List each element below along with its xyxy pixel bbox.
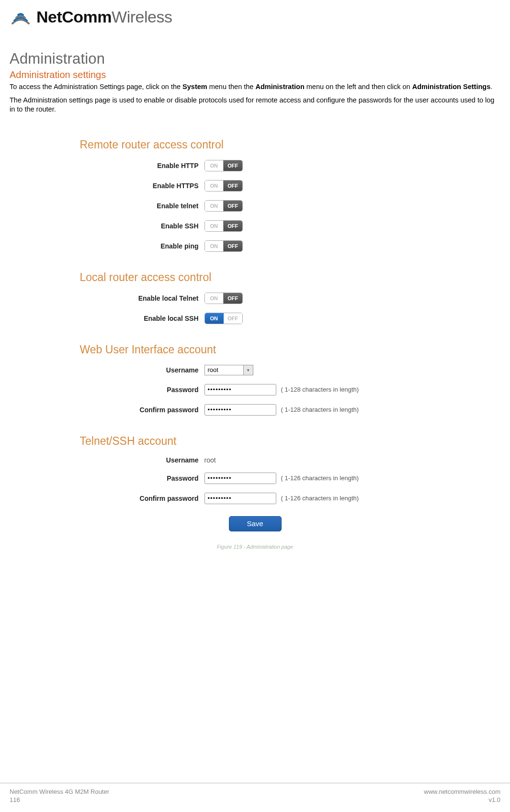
local-section-title: Local router access control — [80, 271, 431, 284]
label-web-confirm: Confirm password — [80, 406, 204, 414]
row-ssh-confirm: Confirm password ••••••••• ( 1-126 chara… — [80, 493, 431, 504]
label-web-username: Username — [80, 366, 204, 374]
row-local-ssh: Enable local SSH ON OFF — [80, 313, 431, 324]
footer-version: v1.0 — [424, 796, 500, 804]
label-enable-http: Enable HTTP — [80, 162, 204, 169]
input-ssh-confirm[interactable]: ••••••••• — [204, 493, 276, 504]
ssh-section-title: Telnet/SSH account — [80, 435, 431, 448]
value-ssh-username: root — [204, 456, 216, 464]
label-local-ssh: Enable local SSH — [80, 315, 204, 322]
remote-section-title: Remote router access control — [80, 138, 431, 151]
row-ssh-username: Username root — [80, 456, 431, 464]
row-ssh-password: Password ••••••••• ( 1-126 characters in… — [80, 473, 431, 484]
page-footer: NetComm Wireless 4G M2M Router 116 www.n… — [0, 783, 510, 812]
footer-url: www.netcommwireless.com — [424, 788, 500, 796]
admin-settings-screenshot: Remote router access control Enable HTTP… — [73, 129, 437, 541]
toggle-enable-http[interactable]: ON OFF — [204, 160, 243, 171]
hint-ssh-password: ( 1-126 characters in length) — [281, 474, 359, 482]
label-enable-ping: Enable ping — [80, 242, 204, 250]
brand-logo: NetCommWireless — [10, 8, 500, 26]
label-ssh-username: Username — [80, 456, 204, 464]
toggle-enable-https[interactable]: ON OFF — [204, 180, 243, 192]
row-web-confirm: Confirm password ••••••••• ( 1-128 chara… — [80, 404, 431, 416]
toggle-enable-ping[interactable]: ON OFF — [204, 240, 243, 252]
toggle-enable-ssh[interactable]: ON OFF — [204, 220, 243, 232]
intro-paragraph-1: To access the Administration Settings pa… — [10, 82, 500, 92]
row-web-password: Password ••••••••• ( 1-128 characters in… — [80, 384, 431, 395]
row-local-telnet: Enable local Telnet ON OFF — [80, 293, 431, 304]
row-web-username: Username root ▾ — [80, 365, 431, 375]
toggle-enable-telnet[interactable]: ON OFF — [204, 200, 243, 212]
label-ssh-confirm: Confirm password — [80, 495, 204, 502]
row-enable-ping: Enable ping ON OFF — [80, 240, 431, 252]
netcomm-waves-icon — [10, 9, 32, 25]
footer-page: 116 — [10, 796, 109, 804]
section-subheading: Administration settings — [10, 69, 500, 80]
label-enable-ssh: Enable SSH — [80, 222, 204, 230]
hint-ssh-confirm: ( 1-126 characters in length) — [281, 495, 359, 502]
page-title: Administration — [10, 50, 500, 68]
row-enable-http: Enable HTTP ON OFF — [80, 160, 431, 171]
label-local-telnet: Enable local Telnet — [80, 294, 204, 302]
brand-name-light: Wireless — [112, 8, 172, 26]
figure-caption: Figure 119 - Administration page — [10, 544, 500, 550]
input-web-confirm[interactable]: ••••••••• — [204, 404, 276, 416]
toggle-local-telnet[interactable]: ON OFF — [204, 293, 243, 304]
input-ssh-password[interactable]: ••••••••• — [204, 473, 276, 484]
webui-section-title: Web User Interface account — [80, 343, 431, 356]
save-button[interactable]: Save — [229, 516, 282, 531]
label-ssh-password: Password — [80, 474, 204, 482]
brand-name-bold: NetComm — [36, 8, 112, 26]
row-enable-ssh: Enable SSH ON OFF — [80, 220, 431, 232]
footer-product: NetComm Wireless 4G M2M Router — [10, 788, 109, 796]
hint-web-password: ( 1-128 characters in length) — [281, 386, 359, 393]
select-web-username-value: root — [205, 366, 243, 373]
toggle-local-ssh[interactable]: ON OFF — [204, 313, 243, 324]
row-enable-https: Enable HTTPS ON OFF — [80, 180, 431, 192]
select-web-username[interactable]: root ▾ — [204, 365, 253, 375]
brand-wordmark: NetCommWireless — [36, 8, 172, 26]
label-enable-https: Enable HTTPS — [80, 182, 204, 190]
label-web-password: Password — [80, 386, 204, 394]
hint-web-confirm: ( 1-128 characters in length) — [281, 406, 359, 413]
row-enable-telnet: Enable telnet ON OFF — [80, 200, 431, 212]
label-enable-telnet: Enable telnet — [80, 202, 204, 210]
chevron-down-icon: ▾ — [243, 365, 253, 375]
input-web-password[interactable]: ••••••••• — [204, 384, 276, 395]
intro-paragraph-2: The Administration settings page is used… — [10, 96, 500, 114]
